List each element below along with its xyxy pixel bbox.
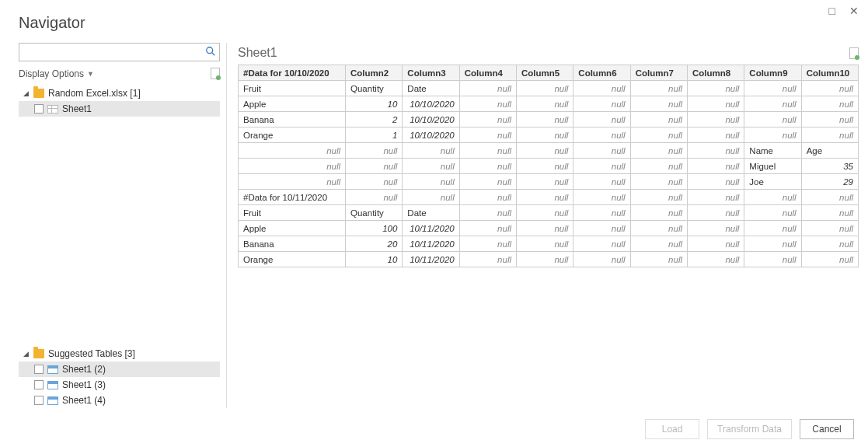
table-cell: null xyxy=(801,190,858,205)
table-cell: Banana xyxy=(239,112,346,127)
display-options-label: Display Options xyxy=(19,68,84,79)
table-cell: null xyxy=(573,81,630,96)
table-cell: null xyxy=(459,252,516,267)
table-row[interactable]: nullnullnullnullnullnullnullnullNameAge xyxy=(239,143,859,159)
column-header[interactable]: Column10 xyxy=(801,65,858,81)
checkbox[interactable] xyxy=(34,396,44,405)
table-cell: Age xyxy=(801,143,858,159)
table-cell: null xyxy=(630,112,687,127)
table-row[interactable]: Orange1010/11/2020nullnullnullnullnullnu… xyxy=(239,252,859,267)
table-cell: null xyxy=(688,190,744,205)
table-row[interactable]: Banana210/10/2020nullnullnullnullnullnul… xyxy=(239,112,859,127)
column-header[interactable]: Column4 xyxy=(459,65,516,81)
column-header[interactable]: Column9 xyxy=(744,65,801,81)
table-cell: Date xyxy=(403,205,459,221)
tree-item-label: Sheet1 (3) xyxy=(62,379,106,390)
table-cell: null xyxy=(346,143,403,159)
search-input[interactable] xyxy=(19,43,220,61)
table-cell: 20 xyxy=(346,236,403,252)
table-cell: 10/11/2020 xyxy=(403,221,459,236)
search-icon[interactable] xyxy=(205,46,216,57)
load-button[interactable]: Load xyxy=(645,419,699,439)
table-cell: null xyxy=(573,127,630,143)
table-row[interactable]: nullnullnullnullnullnullnullnullJoe29 xyxy=(239,174,859,190)
table-cell: Orange xyxy=(239,127,346,143)
table-cell: null xyxy=(459,236,516,252)
table-cell: null xyxy=(573,96,630,112)
table-cell: null xyxy=(239,159,346,174)
table-row[interactable]: Apple1010/10/2020nullnullnullnullnullnul… xyxy=(239,96,859,112)
table-cell: null xyxy=(688,221,744,236)
table-cell: null xyxy=(573,159,630,174)
column-header[interactable]: Column8 xyxy=(688,65,744,81)
table-cell: null xyxy=(459,159,516,174)
table-cell: null xyxy=(573,252,630,267)
source-tree: ◢ Random Excel.xlsx [1] Sheet1 xyxy=(19,86,220,117)
table-cell: null xyxy=(346,159,403,174)
table-cell: null xyxy=(801,127,858,143)
table-cell: null xyxy=(688,81,744,96)
table-cell: Date xyxy=(403,81,459,96)
close-icon[interactable]: ✕ xyxy=(849,5,859,17)
table-cell: null xyxy=(346,174,403,190)
maximize-icon[interactable]: □ xyxy=(829,5,835,17)
tree-suggested-item[interactable]: Sheet1 (2) xyxy=(19,361,220,377)
select-related-icon[interactable] xyxy=(849,47,859,59)
table-cell: 10 xyxy=(346,252,403,267)
cancel-button[interactable]: Cancel xyxy=(800,419,854,439)
table-cell: Joe xyxy=(744,174,801,190)
expander-icon[interactable]: ◢ xyxy=(22,89,30,97)
tree-file-node[interactable]: ◢ Random Excel.xlsx [1] xyxy=(19,86,220,101)
table-cell: null xyxy=(517,174,573,190)
table-cell: null xyxy=(801,205,858,221)
tree-suggested-item[interactable]: Sheet1 (4) xyxy=(19,393,220,408)
column-header[interactable]: Column6 xyxy=(573,65,630,81)
table-row[interactable]: Orange110/10/2020nullnullnullnullnullnul… xyxy=(239,127,859,143)
table-cell: 2 xyxy=(346,112,403,127)
checkbox[interactable] xyxy=(34,380,44,389)
tree-suggested-label: Suggested Tables [3] xyxy=(48,348,135,359)
table-row[interactable]: FruitQuantityDatenullnullnullnullnullnul… xyxy=(239,205,859,221)
checkbox[interactable] xyxy=(34,365,44,374)
table-cell: null xyxy=(688,205,744,221)
table-cell: null xyxy=(573,112,630,127)
table-cell: null xyxy=(403,159,459,174)
tree-suggested-node[interactable]: ◢ Suggested Tables [3] xyxy=(19,346,220,361)
tree-sheet-node[interactable]: Sheet1 xyxy=(19,101,220,117)
table-row[interactable]: Banana2010/11/2020nullnullnullnullnullnu… xyxy=(239,236,859,252)
table-cell: null xyxy=(573,221,630,236)
checkbox[interactable] xyxy=(34,104,44,113)
table-row[interactable]: nullnullnullnullnullnullnullnullMiguel35 xyxy=(239,159,859,174)
table-cell: 10/10/2020 xyxy=(403,127,459,143)
column-header[interactable]: Column2 xyxy=(346,65,403,81)
dialog-footer: Load Transform Data Cancel xyxy=(645,419,854,439)
table-cell: 29 xyxy=(801,174,858,190)
table-cell: Apple xyxy=(239,221,346,236)
preview-pane: Sheet1 #Data for 10/10/2020Column2Column… xyxy=(227,43,868,408)
table-cell: null xyxy=(517,252,573,267)
table-cell: 35 xyxy=(801,159,858,174)
column-header[interactable]: #Data for 10/10/2020 xyxy=(239,65,346,81)
table-cell: null xyxy=(688,236,744,252)
table-cell: null xyxy=(517,205,573,221)
column-header[interactable]: Column7 xyxy=(630,65,687,81)
refresh-preview-icon[interactable] xyxy=(211,68,220,79)
transform-data-button[interactable]: Transform Data xyxy=(707,419,792,439)
table-cell: null xyxy=(517,81,573,96)
expander-icon[interactable]: ◢ xyxy=(22,350,30,358)
table-cell: 1 xyxy=(346,127,403,143)
tree-suggested-item[interactable]: Sheet1 (3) xyxy=(19,377,220,393)
table-cell: null xyxy=(459,127,516,143)
table-row[interactable]: FruitQuantityDatenullnullnullnullnullnul… xyxy=(239,81,859,96)
table-cell: null xyxy=(744,127,801,143)
table-cell: Fruit xyxy=(239,81,346,96)
column-header[interactable]: Column5 xyxy=(517,65,573,81)
table-cell: 10/11/2020 xyxy=(403,236,459,252)
table-row[interactable]: #Data for 10/11/2020nullnullnullnullnull… xyxy=(239,190,859,205)
column-header[interactable]: Column3 xyxy=(403,65,459,81)
table-icon xyxy=(47,365,58,374)
table-cell: Quantity xyxy=(346,205,403,221)
table-row[interactable]: Apple10010/11/2020nullnullnullnullnullnu… xyxy=(239,221,859,236)
suggested-tree: ◢ Suggested Tables [3] Sheet1 (2) Sheet1… xyxy=(19,346,220,408)
display-options-dropdown[interactable]: Display Options ▼ xyxy=(19,68,94,79)
